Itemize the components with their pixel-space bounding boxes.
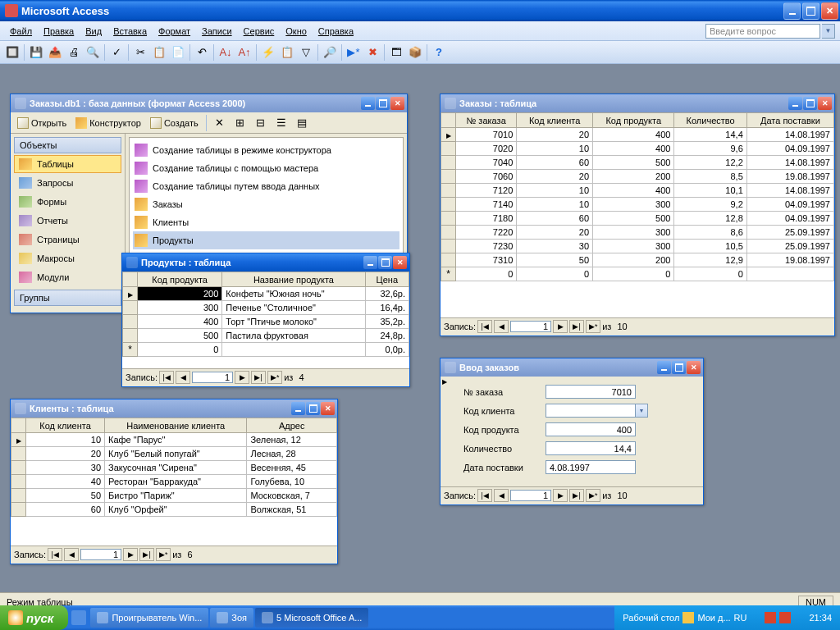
menu-view[interactable]: Вид: [80, 25, 107, 38]
cell[interactable]: 9,6: [674, 142, 746, 156]
record-number-input[interactable]: [192, 372, 233, 383]
row-selector[interactable]: [11, 475, 26, 489]
row-selector[interactable]: [441, 170, 456, 184]
orders-max-button[interactable]: [803, 97, 817, 110]
new-record-button[interactable]: ▶*: [267, 371, 282, 384]
orders-close-button[interactable]: [818, 97, 832, 110]
row-selector[interactable]: [123, 287, 138, 301]
db-view-list-button[interactable]: ☰: [272, 114, 290, 132]
tray-icon[interactable]: [794, 612, 806, 623]
cell[interactable]: 40: [26, 475, 105, 489]
table-row[interactable]: 10Кафе "Парус"Зеленая, 12: [11, 433, 337, 447]
table-row[interactable]: 70406050012,214.08.1997: [441, 156, 834, 170]
cell[interactable]: 9,2: [674, 198, 746, 212]
prev-record-button[interactable]: ◀: [64, 548, 79, 561]
new-row[interactable]: 0000: [441, 267, 834, 281]
cell[interactable]: 24,8р.: [365, 329, 409, 343]
filter-selection-button[interactable]: ⚡: [259, 43, 277, 62]
nav-modules[interactable]: Модули: [14, 268, 121, 286]
tray-folder-icon[interactable]: [682, 612, 694, 623]
cell[interactable]: 10,1: [674, 184, 746, 198]
orders-titlebar[interactable]: Заказы : таблица: [441, 94, 834, 112]
row-selector[interactable]: [123, 343, 138, 357]
row-selector[interactable]: [441, 267, 456, 281]
form-close-button[interactable]: [687, 361, 701, 374]
db-delete-button[interactable]: ✕: [211, 114, 229, 132]
cell[interactable]: 35,2р.: [365, 315, 409, 329]
products-table-window[interactable]: Продукты : таблица Код продукта Название…: [121, 253, 410, 387]
cell[interactable]: Лесная, 28: [247, 447, 337, 461]
wizard-enter-data[interactable]: Создание таблицы путем ввода данных: [133, 177, 399, 195]
cell[interactable]: 7010: [456, 128, 517, 142]
preview-button[interactable]: 🔍: [84, 43, 102, 62]
next-record-button[interactable]: ▶: [235, 371, 249, 384]
tray-language[interactable]: RU: [734, 613, 747, 623]
menu-file[interactable]: Файл: [5, 25, 37, 38]
cell[interactable]: 04.09.1997: [746, 198, 833, 212]
table-row[interactable]: 500Пастила фруктовая24,8р.: [123, 329, 409, 343]
db-design-button[interactable]: Конструктор: [72, 116, 144, 130]
cell[interactable]: 7060: [456, 170, 517, 184]
cell[interactable]: 400: [138, 315, 222, 329]
products-max-button[interactable]: [378, 256, 392, 269]
cell[interactable]: Конфеты "Южная ночь": [222, 287, 365, 301]
cell[interactable]: Волжская, 51: [247, 503, 337, 517]
clients-datasheet[interactable]: Код клиента Наименование клиента Адрес 1…: [11, 418, 337, 546]
cell[interactable]: 300: [138, 301, 222, 315]
col-client-id[interactable]: Код клиента: [517, 113, 593, 128]
menu-tools[interactable]: Сервис: [239, 25, 280, 38]
row-selector[interactable]: [123, 329, 138, 343]
find-button[interactable]: 🔎: [321, 43, 339, 62]
prev-record-button[interactable]: ◀: [494, 320, 509, 333]
close-button[interactable]: [821, 2, 838, 20]
row-selector[interactable]: [441, 184, 456, 198]
products-datasheet[interactable]: Код продукта Название продукта Цена 200К…: [122, 272, 409, 368]
cell[interactable]: 500: [138, 329, 222, 343]
ql-icon[interactable]: [71, 610, 86, 625]
task-folder[interactable]: Зоя: [210, 608, 253, 628]
row-selector[interactable]: [441, 253, 456, 267]
col-order-no[interactable]: № заказа: [456, 113, 517, 128]
filter-form-button[interactable]: 📋: [278, 43, 296, 62]
cell[interactable]: 60: [517, 212, 593, 226]
col-quantity[interactable]: Количество: [674, 113, 746, 128]
db-minimize-button[interactable]: [361, 97, 375, 110]
cell[interactable]: 300: [593, 240, 674, 253]
db-window-button[interactable]: 🗔: [387, 43, 405, 62]
cell[interactable]: 7040: [456, 156, 517, 170]
clients-close-button[interactable]: [321, 402, 335, 415]
task-access[interactable]: 5 Microsoft Office A...: [255, 608, 368, 628]
table-row[interactable]: 73105020012,919.08.1997: [441, 253, 834, 267]
cell[interactable]: 0: [138, 343, 222, 357]
cell[interactable]: 10: [26, 433, 105, 447]
cell[interactable]: 400: [593, 184, 674, 198]
nav-macros[interactable]: Макросы: [14, 249, 121, 267]
cell[interactable]: Весенняя, 45: [247, 461, 337, 475]
new-record-button[interactable]: ▶*: [586, 320, 600, 333]
minimize-button[interactable]: [783, 2, 801, 20]
cell[interactable]: 14.08.1997: [746, 128, 833, 142]
cell[interactable]: 04.09.1997: [746, 142, 833, 156]
cell[interactable]: Ресторан "Барракуда": [105, 475, 247, 489]
cell[interactable]: 7180: [456, 212, 517, 226]
cell[interactable]: 0: [456, 267, 517, 281]
cell[interactable]: 50: [26, 489, 105, 503]
cell[interactable]: [746, 267, 833, 281]
cell[interactable]: 50: [517, 253, 593, 267]
client-dropdown-icon[interactable]: ▼: [636, 404, 648, 418]
col-price[interactable]: Цена: [365, 272, 409, 287]
ask-question-box[interactable]: Введите вопрос: [705, 24, 820, 39]
first-record-button[interactable]: |◀: [477, 489, 492, 502]
cell[interactable]: Голубева, 10: [247, 475, 337, 489]
new-record-button[interactable]: ▶*: [586, 489, 600, 502]
nav-forms[interactable]: Формы: [14, 193, 121, 211]
db-groups-header[interactable]: Группы: [14, 290, 121, 306]
next-record-button[interactable]: ▶: [553, 320, 568, 333]
row-selector[interactable]: [11, 433, 26, 447]
maximize-button[interactable]: [802, 2, 819, 20]
spelling-button[interactable]: ✓: [107, 43, 126, 62]
row-selector[interactable]: [441, 212, 456, 226]
cell[interactable]: Кафе "Парус": [105, 433, 247, 447]
cell[interactable]: 0: [517, 267, 593, 281]
paste-button[interactable]: 📄: [169, 43, 187, 62]
